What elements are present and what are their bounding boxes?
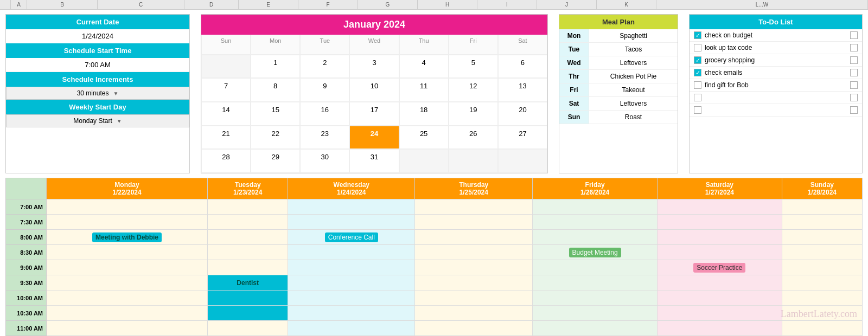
cell-730-thu[interactable] [415,215,533,230]
cell-800-sun[interactable] [782,230,862,245]
cell-800-thu[interactable] [415,230,533,245]
cell-900-thu[interactable] [415,260,533,275]
cell-730-mon[interactable] [47,215,208,230]
cal-cell-11[interactable]: 11 [399,78,449,102]
cal-cell-4[interactable]: 4 [399,55,449,79]
cal-cell-20[interactable]: 20 [498,102,547,126]
cell-1100-wed[interactable] [288,321,415,336]
cell-1030-mon[interactable] [47,306,208,321]
cell-800-sat[interactable] [657,230,782,245]
cell-730-tue[interactable] [208,215,288,230]
cal-cell-12[interactable]: 12 [449,78,498,102]
cal-cell-3[interactable]: 3 [349,55,399,79]
cell-1000-fri[interactable] [533,290,658,306]
cell-730-fri[interactable] [533,215,658,230]
cal-cell-13[interactable]: 13 [498,78,547,102]
cell-730-sat[interactable] [657,215,782,230]
cell-730-wed[interactable] [288,215,415,230]
cal-cell-17[interactable]: 17 [349,102,399,126]
cell-1100-mon[interactable] [47,321,208,336]
cal-cell-7[interactable]: 7 [201,78,251,102]
cell-930-fri[interactable] [533,275,658,290]
cal-cell-6[interactable]: 6 [498,55,547,79]
cal-cell-30[interactable]: 30 [300,149,349,173]
cal-cell-14[interactable]: 14 [201,102,251,126]
cell-1000-mon[interactable] [47,290,208,306]
cal-cell-empty-1[interactable] [201,55,251,79]
todo-checkbox2-2[interactable] [850,44,858,51]
todo-checkbox2-4[interactable] [850,69,858,76]
cell-830-tue[interactable] [208,245,288,260]
cell-930-sat[interactable] [657,275,782,290]
todo-checkbox-3[interactable]: ✓ [694,56,701,64]
cal-cell-8[interactable]: 8 [251,78,300,102]
cell-1100-tue[interactable] [208,321,288,336]
cell-930-wed[interactable] [288,275,415,290]
cal-cell-28[interactable]: 28 [201,149,251,173]
todo-checkbox-7[interactable] [694,106,701,114]
cell-900-sat[interactable]: Soccer Practice [657,260,782,275]
cell-1030-fri[interactable] [533,306,658,321]
cal-cell-19[interactable]: 19 [449,102,498,126]
cell-900-mon[interactable] [47,260,208,275]
cal-cell-26[interactable]: 26 [449,126,498,150]
cell-700-fri[interactable] [533,199,658,215]
cell-1100-thu[interactable] [415,321,533,336]
todo-checkbox-5[interactable] [694,81,701,89]
todo-checkbox-6[interactable] [694,94,701,101]
cell-700-wed[interactable] [288,199,415,215]
cell-1100-sat[interactable] [657,321,782,336]
cell-1030-sat[interactable] [657,306,782,321]
cell-830-thu[interactable] [415,245,533,260]
cal-cell-5[interactable]: 5 [449,55,498,79]
todo-checkbox2-7[interactable] [850,106,858,114]
schedule-increments-dropdown[interactable]: 30 minutes ▼ [6,87,189,100]
cell-1000-sun[interactable] [782,290,862,306]
cell-830-sun[interactable] [782,245,862,260]
weekly-start-day-dropdown[interactable]: Monday Start ▼ [6,114,189,127]
cal-cell-10[interactable]: 10 [349,78,399,102]
cell-930-tue[interactable]: Dentist [208,275,288,290]
cell-900-fri[interactable] [533,260,658,275]
cell-1000-tue[interactable] [208,290,288,306]
cal-cell-31[interactable]: 31 [349,149,399,173]
cell-700-sun[interactable] [782,199,862,215]
cell-1030-sun[interactable] [782,306,862,321]
cell-800-fri[interactable] [533,230,658,245]
cal-cell-23[interactable]: 23 [300,126,349,150]
cell-700-tue[interactable] [208,199,288,215]
cal-cell-18[interactable]: 18 [399,102,449,126]
cell-730-sun[interactable] [782,215,862,230]
todo-checkbox2-6[interactable] [850,94,858,101]
cal-cell-15[interactable]: 15 [251,102,300,126]
cell-1030-thu[interactable] [415,306,533,321]
cell-800-tue[interactable] [208,230,288,245]
todo-checkbox2-1[interactable] [850,31,858,39]
cell-900-tue[interactable] [208,260,288,275]
cal-cell-21[interactable]: 21 [201,126,251,150]
cal-cell-24-today[interactable]: 24 [349,126,399,150]
cell-800-wed[interactable]: Conference Call [288,230,415,245]
todo-checkbox-2[interactable] [694,44,701,51]
todo-checkbox2-3[interactable] [850,56,858,64]
todo-checkbox-4[interactable]: ✓ [694,69,701,76]
cell-930-sun[interactable] [782,275,862,290]
cell-700-sat[interactable] [657,199,782,215]
cal-cell-1[interactable]: 1 [251,55,300,79]
cell-830-mon[interactable] [47,245,208,260]
cal-cell-16[interactable]: 16 [300,102,349,126]
cell-1100-sun[interactable] [782,321,862,336]
cell-900-sun[interactable] [782,260,862,275]
cell-1000-sat[interactable] [657,290,782,306]
cell-830-wed[interactable] [288,245,415,260]
cell-700-mon[interactable] [47,199,208,215]
cell-900-wed[interactable] [288,260,415,275]
cell-1000-wed[interactable] [288,290,415,306]
todo-checkbox-1[interactable]: ✓ [694,31,701,39]
todo-checkbox2-5[interactable] [850,81,858,89]
cal-cell-22[interactable]: 22 [251,126,300,150]
cell-830-fri[interactable]: Budget Meeting [533,245,658,260]
cell-1100-fri[interactable] [533,321,658,336]
cell-930-mon[interactable] [47,275,208,290]
cal-cell-25[interactable]: 25 [399,126,449,150]
